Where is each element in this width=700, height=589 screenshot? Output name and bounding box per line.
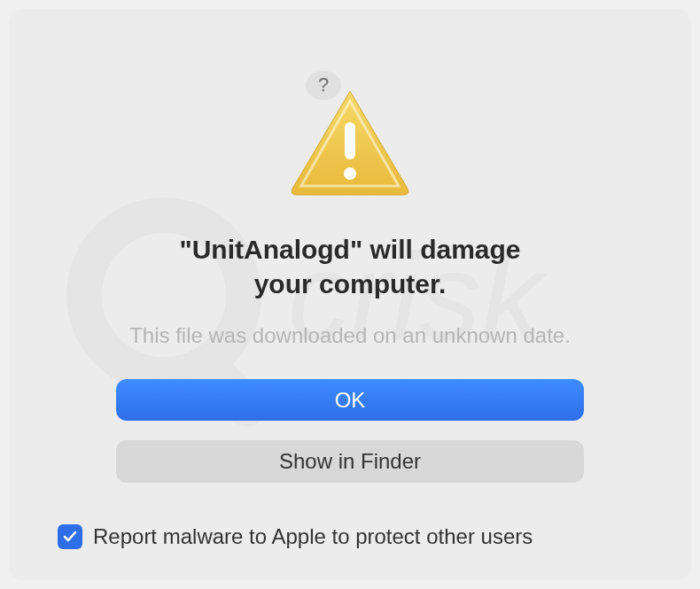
- report-checkbox[interactable]: [58, 524, 82, 549]
- title-line-2: your computer.: [254, 269, 447, 298]
- alert-title: "UnitAnalogd" will damage your computer.: [179, 232, 520, 301]
- ok-button-label: OK: [335, 388, 366, 413]
- report-checkbox-label: Report malware to Apple to protect other…: [93, 524, 533, 549]
- checkmark-icon: [62, 529, 78, 545]
- report-checkbox-row: Report malware to Apple to protect other…: [49, 524, 533, 549]
- show-in-finder-button[interactable]: Show in Finder: [116, 440, 584, 483]
- svg-rect-3: [345, 122, 355, 159]
- warning-icon: [288, 87, 412, 201]
- title-line-1: "UnitAnalogd" will damage: [179, 235, 520, 264]
- show-in-finder-label: Show in Finder: [279, 449, 421, 474]
- svg-point-4: [344, 167, 356, 180]
- alert-subtitle: This file was downloaded on an unknown d…: [129, 323, 571, 348]
- alert-dialog: crisk ? "UnitAnalogd" will damage your c…: [9, 9, 691, 580]
- ok-button[interactable]: OK: [116, 379, 584, 422]
